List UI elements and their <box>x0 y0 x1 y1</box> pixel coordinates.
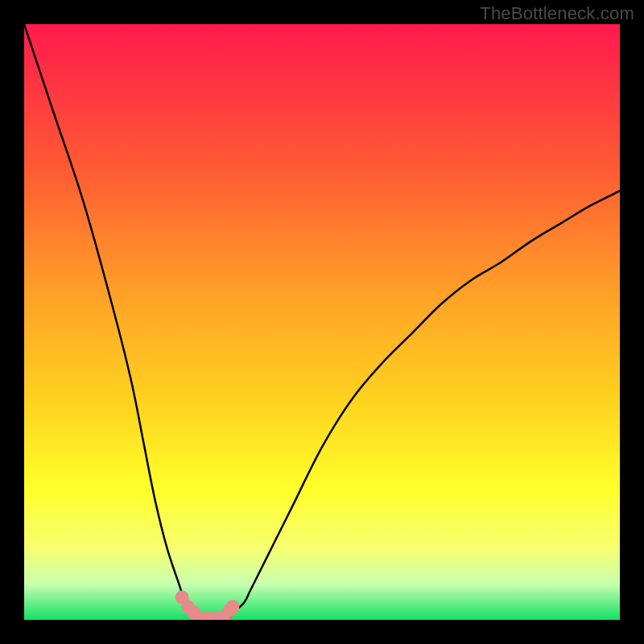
chart-canvas: TheBottleneck.com <box>0 0 644 644</box>
gradient-background <box>24 24 620 620</box>
plot-area <box>24 24 620 620</box>
watermark-text: TheBottleneck.com <box>480 3 634 24</box>
curve-marker <box>226 600 240 613</box>
plot-svg <box>24 24 620 620</box>
